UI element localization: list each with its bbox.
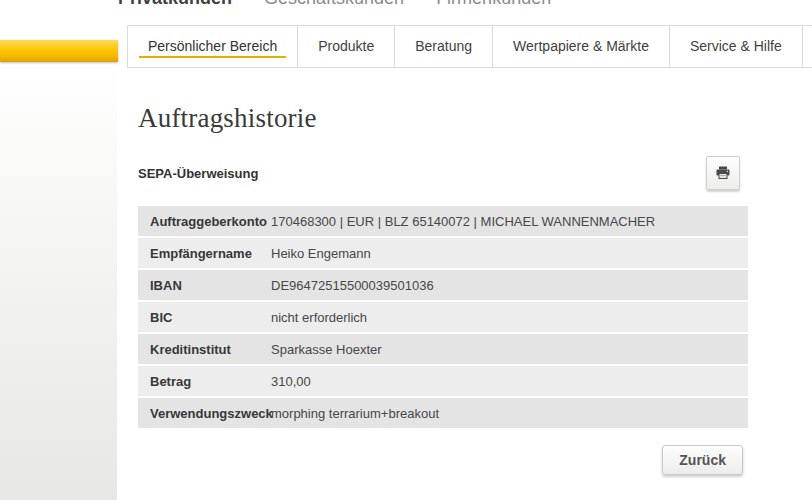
row-value: DE96472515500039501036 bbox=[271, 278, 434, 293]
row-label: IBAN bbox=[150, 278, 271, 293]
transfer-details-table: Auftraggeberkonto 170468300 | EUR | BLZ … bbox=[138, 206, 748, 428]
table-row-empfaengername: Empfängername Heiko Engemann bbox=[138, 238, 748, 268]
row-value: 170468300 | EUR | BLZ 65140072 | MICHAEL… bbox=[271, 214, 655, 229]
row-value: 310,00 bbox=[271, 374, 311, 389]
tab-kontakt[interactable]: Konta bbox=[802, 25, 812, 68]
browser-page: Privatkunden Geschäftskunden Firmenkunde… bbox=[0, 0, 812, 500]
tab-wertpapiere-maerkte[interactable]: Wertpapiere & Märkte bbox=[492, 25, 670, 68]
tab-persoenlicher-bereich[interactable]: Persönlicher Bereich bbox=[127, 25, 298, 68]
nav-item-privatkunden[interactable]: Privatkunden bbox=[118, 0, 232, 8]
row-label: BIC bbox=[150, 310, 271, 325]
main-content: Auftragshistorie SEPA-Überweisung Auft bbox=[138, 82, 748, 475]
tab-beratung[interactable]: Beratung bbox=[394, 25, 493, 68]
nav-item-geschaeftskunden[interactable]: Geschäftskunden bbox=[264, 0, 404, 8]
table-row-kreditinstitut: Kreditinstitut Sparkasse Hoexter bbox=[138, 334, 748, 364]
table-row-verwendungszweck: Verwendungszweck morphing terrarium+brea… bbox=[138, 398, 748, 428]
table-row-auftraggeberkonto: Auftraggeberkonto 170468300 | EUR | BLZ … bbox=[138, 206, 748, 236]
row-label: Verwendungszweck bbox=[150, 406, 271, 421]
page-title: Auftragshistorie bbox=[138, 103, 748, 134]
row-value: morphing terrarium+breakout bbox=[271, 406, 439, 421]
nav-item-firmenkunden[interactable]: Firmenkunden bbox=[436, 0, 551, 8]
printer-icon bbox=[715, 165, 731, 181]
print-button[interactable] bbox=[706, 156, 740, 190]
tab-produkte[interactable]: Produkte bbox=[297, 25, 395, 68]
row-label: Auftraggeberkonto bbox=[150, 214, 271, 229]
table-row-iban: IBAN DE96472515500039501036 bbox=[138, 270, 748, 300]
tab-service-hilfe[interactable]: Service & Hilfe bbox=[669, 25, 803, 68]
row-label: Empfängername bbox=[150, 246, 271, 261]
subtitle-row: SEPA-Überweisung bbox=[138, 156, 748, 190]
section-tabbar: Persönlicher Bereich Produkte Beratung W… bbox=[127, 25, 812, 68]
order-type-label: SEPA-Überweisung bbox=[138, 166, 258, 181]
row-label: Kreditinstitut bbox=[150, 342, 271, 357]
table-row-betrag: Betrag 310,00 bbox=[138, 366, 748, 396]
primary-nav: Privatkunden Geschäftskunden Firmenkunde… bbox=[118, 0, 551, 8]
row-value: Heiko Engemann bbox=[271, 246, 371, 261]
row-value: nicht erforderlich bbox=[271, 310, 367, 325]
left-rail bbox=[0, 66, 118, 500]
action-row: Zurück bbox=[138, 445, 748, 475]
brand-yellow-bar bbox=[0, 40, 118, 62]
row-value: Sparkasse Hoexter bbox=[271, 342, 382, 357]
row-label: Betrag bbox=[150, 374, 271, 389]
table-row-bic: BIC nicht erforderlich bbox=[138, 302, 748, 332]
back-button[interactable]: Zurück bbox=[662, 445, 743, 475]
